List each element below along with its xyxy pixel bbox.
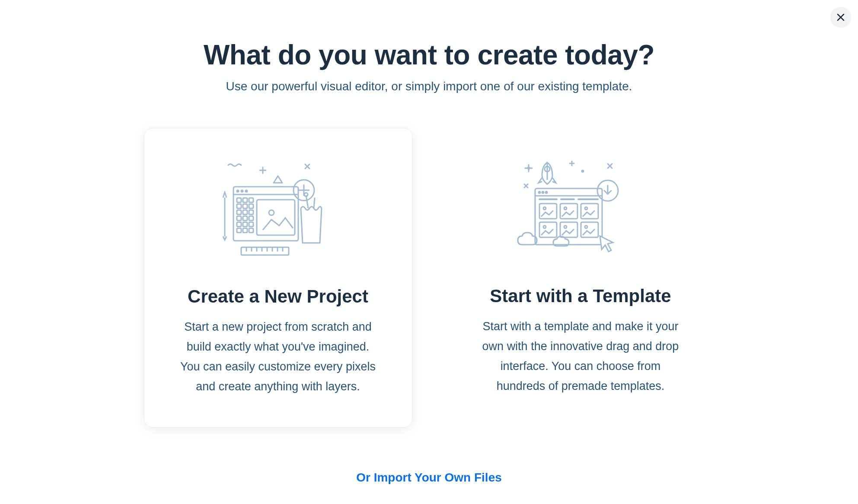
svg-rect-16 xyxy=(249,210,253,214)
svg-rect-11 xyxy=(237,204,241,208)
svg-point-40 xyxy=(582,170,584,172)
svg-rect-10 xyxy=(249,198,253,202)
create-project-description: Start a new project from scratch and bui… xyxy=(179,317,377,397)
page-title: What do you want to create today? xyxy=(127,39,732,71)
svg-rect-43 xyxy=(535,188,602,245)
close-button[interactable] xyxy=(830,7,851,28)
svg-rect-12 xyxy=(243,204,247,208)
svg-point-46 xyxy=(545,191,547,193)
svg-rect-18 xyxy=(243,216,247,220)
svg-point-44 xyxy=(539,191,540,193)
svg-rect-14 xyxy=(237,210,241,214)
svg-rect-31 xyxy=(241,247,289,255)
svg-point-58 xyxy=(543,226,546,228)
import-files-label: Or Import Your Own Files xyxy=(356,471,502,484)
svg-point-62 xyxy=(585,226,587,228)
start-template-card[interactable]: Start with a Template Start with a templ… xyxy=(447,128,714,427)
main-container: What do you want to create today? Use ou… xyxy=(127,0,732,485)
page-subtitle: Use our powerful visual editor, or simpl… xyxy=(127,80,732,93)
option-cards-container: Create a New Project Start a new project… xyxy=(127,128,732,427)
svg-point-52 xyxy=(543,207,546,210)
svg-point-4 xyxy=(237,190,239,192)
svg-rect-21 xyxy=(243,222,247,226)
svg-rect-25 xyxy=(249,228,253,233)
create-project-title: Create a New Project xyxy=(179,286,377,307)
template-title: Start with a Template xyxy=(482,286,680,306)
svg-rect-9 xyxy=(243,198,247,202)
svg-point-29 xyxy=(304,193,308,196)
svg-rect-24 xyxy=(243,228,247,233)
svg-point-56 xyxy=(585,207,587,210)
create-new-project-card[interactable]: Create a New Project Start a new project… xyxy=(144,128,412,427)
template-illustration xyxy=(482,152,680,273)
svg-point-27 xyxy=(269,210,274,215)
svg-rect-19 xyxy=(249,216,253,220)
close-icon xyxy=(837,13,845,21)
svg-rect-15 xyxy=(243,210,247,214)
header: What do you want to create today? Use ou… xyxy=(127,39,732,93)
svg-rect-26 xyxy=(257,200,295,235)
svg-point-6 xyxy=(246,190,247,192)
import-files-link[interactable]: Or Import Your Own Files xyxy=(127,471,732,485)
svg-point-60 xyxy=(564,226,567,228)
svg-point-45 xyxy=(542,191,544,193)
svg-rect-13 xyxy=(249,204,253,208)
svg-rect-17 xyxy=(237,216,241,220)
svg-line-30 xyxy=(314,198,315,208)
template-description: Start with a template and make it your o… xyxy=(482,317,680,396)
svg-point-5 xyxy=(241,190,243,192)
svg-line-28 xyxy=(306,195,308,208)
svg-rect-8 xyxy=(237,198,241,202)
create-project-illustration xyxy=(179,152,377,273)
svg-point-54 xyxy=(564,207,567,210)
svg-rect-22 xyxy=(249,222,253,226)
svg-rect-23 xyxy=(237,228,241,233)
svg-rect-20 xyxy=(237,222,241,226)
